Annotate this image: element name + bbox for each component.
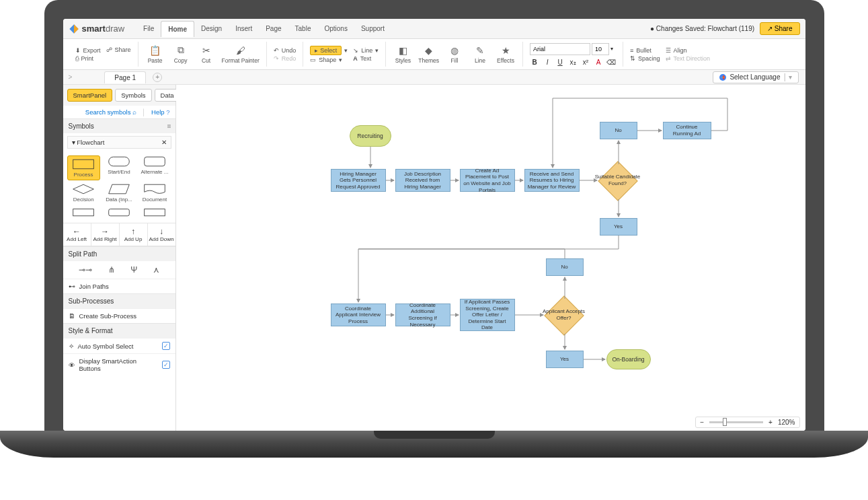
themes-button[interactable]: ◆Themes [418,45,439,64]
split-opt-2[interactable]: ⋔ [108,265,115,275]
tab-symbols[interactable]: Symbols [115,89,151,102]
styles-button[interactable]: ◧Styles [393,45,413,64]
export-button[interactable]: ⬇Export [75,47,101,54]
create-sub-process-button[interactable]: 🗎Create Sub-Process [63,308,175,323]
font-name-select[interactable] [530,43,590,55]
language-selector[interactable]: Select Language│ ▾ [713,71,798,83]
line-style-button[interactable]: ✎Line [470,45,490,64]
menu-support[interactable]: Support [354,21,391,36]
shape-decision[interactable]: Decision [67,183,100,203]
add-up-button[interactable]: ↑Add Up [120,223,148,246]
zoom-in-button[interactable]: + [768,419,773,426]
node-decision-2-label: Applicant Accepts Offer? [541,303,588,326]
menu-insert[interactable]: Insert [229,21,259,36]
bullet-button[interactable]: ≡Bullet [630,47,660,54]
share-ribbon-button[interactable]: ☍Share [106,46,131,53]
shape-more-3[interactable] [139,205,171,219]
menu-file[interactable]: File [136,21,161,36]
split-path-header: Split Path [63,247,175,261]
bold-button[interactable]: B [530,59,539,66]
svg-rect-3 [145,157,165,166]
menu-table[interactable]: Table [288,21,318,36]
text-tool[interactable]: AText [353,55,379,62]
underline-button[interactable]: U [555,59,565,66]
share-icon: ☍ [106,46,112,53]
share-button[interactable]: ↗ Share [760,22,799,35]
download-icon: ⬇ [75,47,81,54]
cut-button[interactable]: ✂Cut [196,45,216,64]
node-no-2[interactable]: No [546,258,584,276]
spacing-icon: ⇅ [630,55,635,62]
clear-format-button[interactable]: ⌫ [606,59,616,66]
fill-button[interactable]: ◍Fill [444,45,465,64]
menu-design[interactable]: Design [194,21,229,36]
split-opt-3[interactable]: Ψ [130,265,137,275]
page-nav-left[interactable]: > [63,73,78,81]
print-button[interactable]: ⎙Print [75,55,101,62]
node-p7[interactable]: If Applicant Passes Screening, Create Of… [460,299,515,331]
undo-button[interactable]: ↶Undo [274,47,297,54]
add-right-button[interactable]: →Add Right [91,223,120,246]
copy-button[interactable]: ⧉Copy [171,45,191,64]
node-no-1[interactable]: No [600,122,637,139]
node-continue[interactable]: Continue Running Ad [663,122,711,139]
add-left-button[interactable]: ←Add Left [63,223,91,246]
node-p3[interactable]: Create Ad Placement to Post on Website a… [460,169,515,192]
node-p6[interactable]: Coordinate Additional Screening if Neces… [395,303,450,326]
font-size-select[interactable] [592,43,609,55]
redo-button[interactable]: ↷Redo [274,55,297,62]
zoom-control[interactable]: − + 120% [695,417,799,428]
smartpanel-sidebar: SmartPanel Symbols Data ✕ Search symbols… [63,85,176,431]
node-p5[interactable]: Coordinate Applicant Interview Process [331,303,386,326]
text-direction-button[interactable]: ⇄Text Direction [666,55,711,62]
add-page-button[interactable]: + [153,73,162,82]
node-p4[interactable]: Receive and Send Resumes to Hiring Manag… [524,169,580,192]
spacing-button[interactable]: ⇅Spacing [630,55,660,62]
display-smartaction-toggle[interactable]: 👁Display SmartAction Buttons✓ [63,353,175,376]
zoom-level: 120% [778,419,795,426]
format-painter-button[interactable]: 🖌Format Painter [222,45,260,64]
symbols-header[interactable]: Symbols≡ [63,119,175,133]
font-color-button[interactable]: A [594,59,603,66]
align-button[interactable]: ☰Align [666,47,711,54]
effects-button[interactable]: ★Effects [496,45,516,64]
node-p2[interactable]: Job Description Received from Hiring Man… [395,169,450,192]
join-paths-button[interactable]: ⊷Join Paths [63,279,175,293]
node-yes-1[interactable]: Yes [600,218,637,236]
document-icon: 🗎 [69,312,75,320]
line-tool[interactable]: ↘Line ▾ [353,47,379,54]
node-onboarding[interactable]: On-Boarding [606,349,651,369]
close-icon[interactable]: ✕ [161,139,167,146]
split-opt-4[interactable]: ⋏ [153,265,159,275]
menu-home[interactable]: Home [161,21,194,37]
flowchart-category[interactable]: ▾ Flowchart✕ [67,136,171,149]
canvas[interactable]: Recruiting Hiring Manager Gets Personnel… [176,85,805,431]
menu-page[interactable]: Page [259,21,288,36]
shape-startend[interactable]: Start/End [103,155,136,180]
shape-more-1[interactable] [67,205,100,219]
shape-alternate[interactable]: Alternate ... [139,155,171,180]
shape-document[interactable]: Document [139,183,171,203]
select-tool[interactable]: ▸Select▾ [310,46,348,55]
subscript-button[interactable]: x₂ [568,59,578,66]
help-link[interactable]: Help ? [151,108,169,116]
zoom-out-button[interactable]: − [700,419,704,426]
node-yes-2[interactable]: Yes [546,351,584,368]
node-recruiting[interactable]: Recruiting [350,125,391,147]
shape-more-2[interactable] [103,205,136,219]
superscript-button[interactable]: x² [581,59,590,66]
split-opt-1[interactable]: ⊸⊸ [79,265,92,275]
zoom-slider[interactable] [709,421,763,423]
paste-button[interactable]: 📋Paste [145,45,165,64]
search-symbols-link[interactable]: Search symbols ⌕ [85,108,136,116]
node-p1[interactable]: Hiring Manager Gets Personnel Request Ap… [331,169,386,192]
tab-smartpanel[interactable]: SmartPanel [67,89,113,102]
page-tab-1[interactable]: Page 1 [104,71,146,83]
add-down-button[interactable]: ↓Add Down [148,223,175,246]
shape-process[interactable]: Process [67,155,100,180]
shape-data[interactable]: Data (Inp... [103,183,136,203]
auto-symbol-toggle[interactable]: ✧Auto Symbol Select✓ [63,338,175,353]
shape-tool[interactable]: ▭Shape ▾ [310,57,348,63]
menu-options[interactable]: Options [317,21,354,36]
italic-button[interactable]: I [543,59,552,66]
